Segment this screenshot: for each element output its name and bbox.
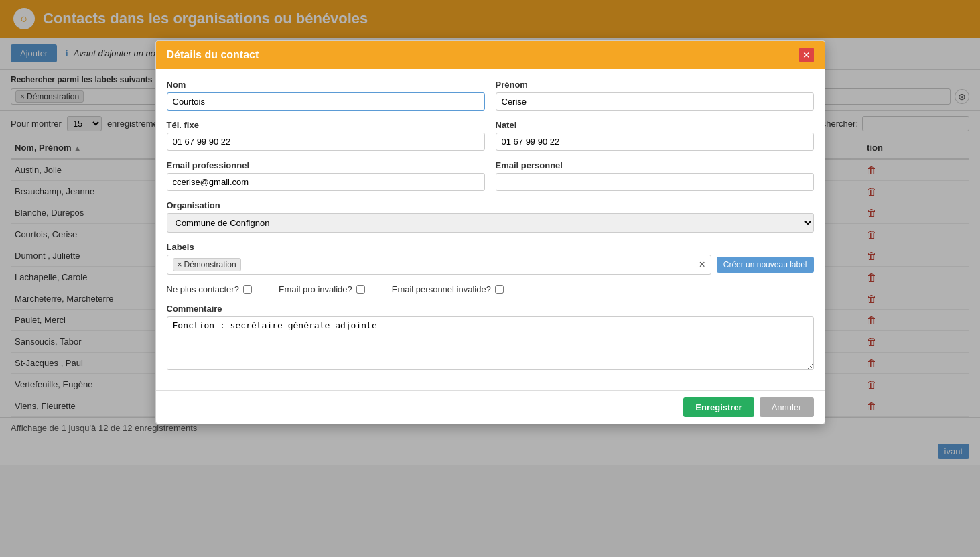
labels-label: Labels [167, 242, 814, 252]
comment-textarea[interactable]: Fonction : secrétaire générale adjointe [167, 316, 814, 370]
cancel-button[interactable]: Annuler [760, 397, 814, 417]
tel-input[interactable] [167, 133, 485, 151]
contact-detail-modal: Détails du contact ✕ Nom Prénom Tél. fix… [155, 40, 825, 424]
email-perso-group: Email personnel [496, 160, 814, 191]
email-perso-label: Email personnel [496, 160, 814, 170]
email-pro-invalid-group: Email pro invalide? [279, 284, 365, 294]
org-select[interactable]: Commune de Confignon [167, 213, 814, 233]
label-tag[interactable]: × Démonstration [173, 258, 241, 271]
labels-row-container: Labels × Démonstration × Créer un nouvea… [167, 242, 814, 275]
comment-label: Commentaire [167, 304, 814, 314]
tel-natel-row: Tél. fixe Natel [167, 120, 814, 151]
nom-input[interactable] [167, 92, 485, 111]
labels-group: Labels × Démonstration × Créer un nouvea… [167, 242, 814, 275]
email-perso-invalid-label: Email personnel invalide? [392, 284, 491, 294]
email-pro-input[interactable] [167, 173, 485, 191]
prenom-input[interactable] [496, 92, 814, 111]
nom-prenom-row: Nom Prénom [167, 80, 814, 111]
email-pro-invalid-label: Email pro invalide? [279, 284, 352, 294]
modal-body: Nom Prénom Tél. fixe Natel [156, 69, 825, 390]
org-row: Organisation Commune de Confignon [167, 200, 814, 233]
prenom-label: Prénom [496, 80, 814, 90]
tel-label: Tél. fixe [167, 120, 485, 130]
labels-input-area: × Démonstration × [167, 255, 711, 275]
save-button[interactable]: Enregistrer [683, 397, 754, 417]
create-label-button[interactable]: Créer un nouveau label [717, 257, 814, 273]
email-perso-invalid-group: Email personnel invalide? [392, 284, 504, 294]
org-label: Organisation [167, 200, 814, 210]
nom-group: Nom [167, 80, 485, 111]
comment-row: Commentaire Fonction : secrétaire généra… [167, 304, 814, 370]
email-perso-invalid-checkbox[interactable] [495, 285, 504, 294]
labels-clear-button[interactable]: × [699, 259, 705, 271]
label-tag-remove[interactable]: × [178, 260, 182, 269]
email-row: Email professionnel Email personnel [167, 160, 814, 191]
checkboxes-row: Ne plus contacter? Email pro invalide? E… [167, 284, 814, 294]
natel-group: Natel [496, 120, 814, 151]
label-tag-text: Démonstration [184, 260, 236, 269]
modal-overlay: Détails du contact ✕ Nom Prénom Tél. fix… [0, 0, 980, 465]
email-pro-group: Email professionnel [167, 160, 485, 191]
no-contact-label: Ne plus contacter? [167, 284, 239, 294]
email-perso-input[interactable] [496, 173, 814, 191]
prenom-group: Prénom [496, 80, 814, 111]
nom-label: Nom [167, 80, 485, 90]
modal-close-button[interactable]: ✕ [799, 48, 814, 62]
modal-title: Détails du contact [167, 49, 259, 61]
org-group: Organisation Commune de Confignon [167, 200, 814, 233]
tel-group: Tél. fixe [167, 120, 485, 151]
email-pro-invalid-checkbox[interactable] [356, 285, 365, 294]
email-pro-label: Email professionnel [167, 160, 485, 170]
comment-group: Commentaire Fonction : secrétaire généra… [167, 304, 814, 370]
natel-input[interactable] [496, 133, 814, 151]
no-contact-group: Ne plus contacter? [167, 284, 252, 294]
no-contact-checkbox[interactable] [243, 285, 252, 294]
natel-label: Natel [496, 120, 814, 130]
modal-header: Détails du contact ✕ [156, 41, 825, 69]
modal-footer: Enregistrer Annuler [156, 390, 825, 424]
